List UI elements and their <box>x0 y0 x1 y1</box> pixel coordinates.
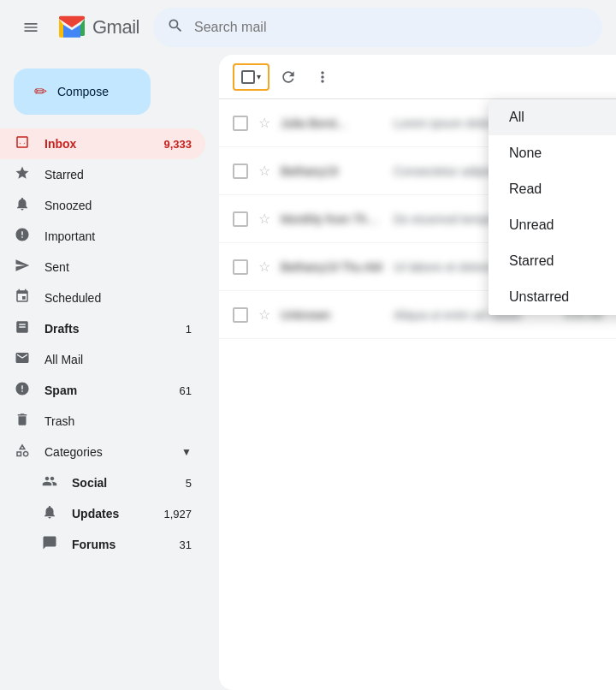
trash-label: Trash <box>44 414 192 428</box>
dropdown-item-unread[interactable]: Unread <box>489 207 616 243</box>
select-checkbox <box>241 70 255 84</box>
send-icon <box>14 258 31 277</box>
compose-button[interactable]: ✏ Compose <box>14 68 151 115</box>
sidebar-item-social[interactable]: Social 5 <box>0 467 205 498</box>
updates-label: Updates <box>72 507 150 520</box>
social-label: Social <box>72 476 172 490</box>
compose-icon: ✏ <box>34 82 47 101</box>
snoozed-label: Snoozed <box>44 199 192 212</box>
categories-icon <box>14 443 31 462</box>
spam-count: 61 <box>180 384 192 397</box>
email-sender: Unknown <box>281 308 383 322</box>
email-star-icon[interactable]: ☆ <box>258 259 270 275</box>
header: Gmail <box>0 0 616 55</box>
trash-icon <box>14 412 31 431</box>
spam-icon <box>14 381 31 401</box>
dropdown-item-all[interactable]: All <box>489 99 616 135</box>
refresh-button[interactable] <box>273 62 304 92</box>
spam-label: Spam <box>44 384 166 397</box>
inbox-icon <box>14 134 31 154</box>
forums-icon <box>41 535 58 555</box>
scheduled-label: Scheduled <box>44 291 192 305</box>
allmail-label: All Mail <box>44 353 192 366</box>
sidebar-item-spam[interactable]: Spam 61 <box>0 375 205 406</box>
menu-button[interactable] <box>14 10 48 45</box>
sidebar-item-snoozed[interactable]: Snoozed <box>0 190 205 221</box>
snooze-icon <box>14 196 31 216</box>
content-area: ▾ All None Read <box>219 55 616 690</box>
dropdown-arrow-icon: ▾ <box>257 72 261 81</box>
sent-label: Sent <box>44 260 192 274</box>
app-name: Gmail <box>92 16 139 39</box>
updates-icon <box>41 504 58 524</box>
email-checkbox[interactable] <box>233 211 248 227</box>
sidebar-item-starred[interactable]: Starred <box>0 159 205 190</box>
email-checkbox[interactable] <box>233 307 248 323</box>
gmail-logo-icon <box>55 10 89 45</box>
email-checkbox[interactable] <box>233 259 248 275</box>
starred-label: Starred <box>44 168 192 181</box>
main-layout: ✏ Compose Inbox 9,333 Starred <box>0 55 616 690</box>
sidebar-item-scheduled[interactable]: Scheduled <box>0 283 205 313</box>
star-icon <box>14 165 31 185</box>
sidebar-item-trash[interactable]: Trash <box>0 406 205 437</box>
schedule-icon <box>14 288 31 308</box>
select-dropdown-menu: All None Read Unread Starred Unstarred <box>489 99 616 315</box>
updates-count: 1,927 <box>163 508 192 520</box>
email-checkbox[interactable] <box>233 116 248 131</box>
email-star-icon[interactable]: ☆ <box>258 115 270 131</box>
categories-label: Categories <box>44 445 168 459</box>
important-icon <box>14 227 31 247</box>
social-icon <box>41 473 58 493</box>
search-input[interactable] <box>194 20 589 35</box>
forums-count: 31 <box>180 538 192 551</box>
drafts-count: 1 <box>186 323 192 336</box>
search-icon <box>167 17 184 39</box>
email-checkbox[interactable] <box>233 164 248 179</box>
sidebar-item-inbox[interactable]: Inbox 9,333 <box>0 128 205 159</box>
toolbar: ▾ <box>219 55 616 99</box>
email-star-icon[interactable]: ☆ <box>258 211 270 227</box>
sidebar-item-sent[interactable]: Sent <box>0 252 205 283</box>
sidebar-item-important[interactable]: Important <box>0 221 205 252</box>
email-sender: Monthly from The We... <box>281 212 383 226</box>
select-dropdown-button[interactable]: ▾ <box>233 63 270 91</box>
email-star-icon[interactable]: ☆ <box>258 306 270 323</box>
inbox-label: Inbox <box>44 137 150 151</box>
sidebar-item-forums[interactable]: Forums 31 <box>0 529 205 560</box>
sidebar-item-allmail[interactable]: All Mail <box>0 344 205 375</box>
sidebar: ✏ Compose Inbox 9,333 Starred <box>0 55 219 690</box>
social-count: 5 <box>186 477 192 490</box>
forums-label: Forums <box>72 538 166 551</box>
inbox-count: 9,333 <box>163 138 192 151</box>
drafts-label: Drafts <box>44 322 172 336</box>
dropdown-item-read[interactable]: Read <box>489 171 616 207</box>
email-star-icon[interactable]: ☆ <box>258 163 270 179</box>
dropdown-item-starred[interactable]: Starred <box>489 243 616 279</box>
email-sender: Bethany19 Thu AM <box>281 260 383 274</box>
search-bar[interactable] <box>153 8 602 47</box>
email-sender: Bethany19 <box>281 164 383 178</box>
more-options-button[interactable] <box>307 62 338 92</box>
compose-label: Compose <box>57 85 109 98</box>
email-sender: Julia Borst... <box>281 116 383 130</box>
important-label: Important <box>44 229 192 243</box>
draft-icon <box>14 319 31 339</box>
dropdown-item-none[interactable]: None <box>489 135 616 171</box>
dropdown-item-unstarred[interactable]: Unstarred <box>489 279 616 315</box>
gmail-logo: Gmail <box>55 10 139 45</box>
categories-arrow: ▼ <box>181 446 192 458</box>
sidebar-item-drafts[interactable]: Drafts 1 <box>0 313 205 344</box>
sidebar-item-categories[interactable]: Categories ▼ <box>0 437 205 467</box>
sidebar-item-updates[interactable]: Updates 1,927 <box>0 498 205 529</box>
allmail-icon <box>14 350 31 370</box>
